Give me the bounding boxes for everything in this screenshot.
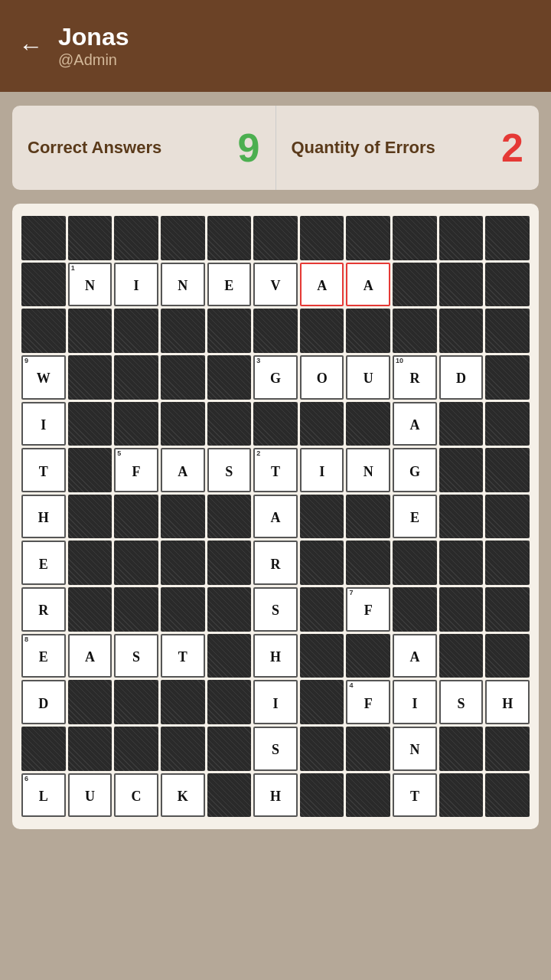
cell[interactable]: I bbox=[114, 263, 158, 307]
cell[interactable] bbox=[207, 541, 252, 585]
cell[interactable] bbox=[300, 495, 344, 539]
cell[interactable] bbox=[207, 216, 252, 260]
cell[interactable] bbox=[485, 634, 530, 678]
cell[interactable] bbox=[253, 402, 298, 446]
cell[interactable]: N bbox=[346, 448, 390, 492]
cell[interactable]: I bbox=[253, 680, 298, 724]
cell[interactable]: S bbox=[114, 634, 158, 678]
cell[interactable] bbox=[68, 448, 112, 492]
cell[interactable]: R bbox=[253, 541, 298, 585]
cell[interactable]: S bbox=[207, 448, 252, 492]
cell[interactable] bbox=[393, 309, 437, 353]
cell[interactable]: 8E bbox=[21, 634, 66, 678]
cell[interactable] bbox=[439, 448, 484, 492]
cell[interactable]: H bbox=[253, 634, 298, 678]
cell[interactable] bbox=[393, 587, 437, 632]
cell[interactable] bbox=[300, 680, 344, 724]
cell[interactable] bbox=[439, 727, 484, 771]
cell[interactable] bbox=[207, 634, 252, 678]
cell[interactable] bbox=[439, 402, 484, 446]
cell[interactable] bbox=[300, 216, 344, 260]
cell[interactable]: 5F bbox=[114, 448, 158, 492]
cell[interactable]: E bbox=[207, 263, 252, 307]
cell[interactable]: I bbox=[393, 680, 437, 724]
cell[interactable] bbox=[393, 541, 437, 585]
cell[interactable] bbox=[68, 727, 112, 771]
cell[interactable] bbox=[207, 355, 252, 400]
cell[interactable]: 6L bbox=[21, 773, 66, 818]
cell[interactable] bbox=[346, 402, 390, 446]
cell[interactable]: H bbox=[21, 495, 66, 539]
cell[interactable] bbox=[439, 587, 484, 632]
cell[interactable] bbox=[21, 727, 66, 771]
cell[interactable] bbox=[393, 263, 437, 307]
cell[interactable] bbox=[161, 355, 205, 400]
cell[interactable] bbox=[485, 216, 530, 260]
cell[interactable] bbox=[114, 216, 158, 260]
cell[interactable] bbox=[161, 727, 205, 771]
cell[interactable] bbox=[68, 541, 112, 585]
cell[interactable] bbox=[68, 587, 112, 632]
cell[interactable] bbox=[161, 680, 205, 724]
cell[interactable] bbox=[114, 402, 158, 446]
cell[interactable] bbox=[21, 216, 66, 260]
cell[interactable] bbox=[161, 216, 205, 260]
cell[interactable] bbox=[485, 263, 530, 307]
cell[interactable] bbox=[207, 727, 252, 771]
cell[interactable] bbox=[439, 541, 484, 585]
cell[interactable] bbox=[68, 680, 112, 724]
cell[interactable] bbox=[346, 773, 390, 818]
cell[interactable] bbox=[346, 309, 390, 353]
cell[interactable]: U bbox=[68, 773, 112, 818]
cell[interactable] bbox=[485, 355, 530, 400]
cell[interactable]: A bbox=[68, 634, 112, 678]
cell[interactable] bbox=[68, 355, 112, 400]
back-button[interactable]: ← bbox=[18, 32, 43, 60]
cell[interactable] bbox=[207, 587, 252, 632]
cell[interactable] bbox=[207, 680, 252, 724]
cell[interactable] bbox=[68, 309, 112, 353]
cell[interactable]: A bbox=[161, 448, 205, 492]
cell[interactable] bbox=[114, 355, 158, 400]
cell[interactable] bbox=[439, 495, 484, 539]
cell[interactable]: E bbox=[21, 541, 66, 585]
cell[interactable] bbox=[161, 541, 205, 585]
cell[interactable]: A bbox=[393, 402, 437, 446]
cell[interactable] bbox=[253, 309, 298, 353]
cell[interactable]: S bbox=[253, 727, 298, 771]
cell[interactable] bbox=[253, 216, 298, 260]
cell[interactable] bbox=[300, 309, 344, 353]
cell[interactable] bbox=[114, 495, 158, 539]
cell[interactable] bbox=[161, 495, 205, 539]
cell[interactable]: 9W bbox=[21, 355, 66, 400]
cell[interactable] bbox=[393, 216, 437, 260]
cell[interactable]: 3G bbox=[253, 355, 298, 400]
cell[interactable] bbox=[300, 727, 344, 771]
cell[interactable]: V bbox=[253, 263, 298, 307]
cell[interactable]: 10R bbox=[393, 355, 437, 400]
cell[interactable] bbox=[485, 402, 530, 446]
cell[interactable] bbox=[439, 216, 484, 260]
cell[interactable]: K bbox=[161, 773, 205, 818]
cell[interactable]: A bbox=[253, 495, 298, 539]
cell[interactable] bbox=[439, 634, 484, 678]
cell[interactable]: A bbox=[393, 634, 437, 678]
cell[interactable] bbox=[207, 773, 252, 818]
cell[interactable]: S bbox=[439, 680, 484, 724]
cell[interactable] bbox=[346, 634, 390, 678]
cell[interactable]: N bbox=[161, 263, 205, 307]
cell[interactable]: D bbox=[439, 355, 484, 400]
cell[interactable] bbox=[485, 587, 530, 632]
cell[interactable] bbox=[207, 495, 252, 539]
cell[interactable] bbox=[207, 309, 252, 353]
cell[interactable] bbox=[207, 402, 252, 446]
cell[interactable]: H bbox=[485, 680, 530, 724]
cell[interactable]: R bbox=[21, 587, 66, 632]
cell[interactable]: H bbox=[253, 773, 298, 818]
cell[interactable] bbox=[346, 495, 390, 539]
cell[interactable] bbox=[114, 727, 158, 771]
cell[interactable]: A bbox=[300, 263, 344, 307]
cell[interactable]: D bbox=[21, 680, 66, 724]
cell[interactable] bbox=[68, 495, 112, 539]
cell[interactable] bbox=[485, 773, 530, 818]
